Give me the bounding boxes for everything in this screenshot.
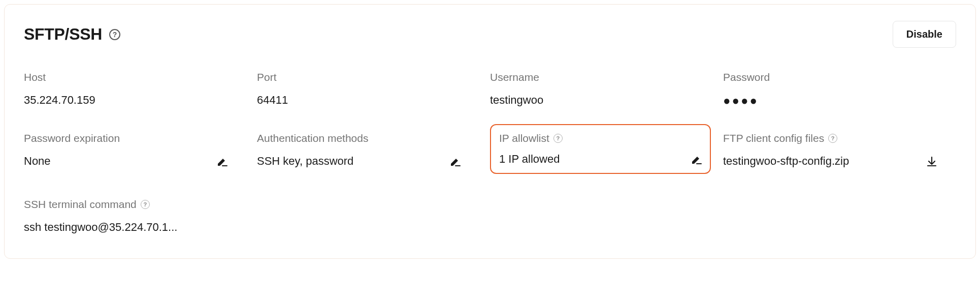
port-value: 64411 (257, 94, 288, 107)
download-icon[interactable] (926, 155, 938, 167)
edit-icon[interactable] (216, 155, 228, 167)
host-label: Host (24, 71, 245, 83)
field-ssh-command: SSH terminal command ? ssh testingwoo@35… (24, 198, 257, 234)
field-password-expiration: Password expiration None (24, 132, 257, 174)
ftp-config-label-wrap: FTP client config files ? (723, 132, 944, 144)
ftp-config-value: testingwoo-sftp-config.zip (723, 155, 849, 168)
ip-allowlist-label: IP allowlist (499, 132, 549, 144)
ftp-config-label: FTP client config files (723, 132, 824, 144)
disable-button[interactable]: Disable (893, 21, 956, 48)
field-port: Port 64411 (257, 71, 490, 108)
help-icon[interactable]: ? (141, 200, 150, 209)
password-expiration-label: Password expiration (24, 132, 245, 144)
password-label: Password (723, 71, 944, 83)
username-value: testingwoo (490, 94, 543, 107)
panel-title-wrap: SFTP/SSH ? (24, 25, 120, 44)
ssh-command-label: SSH terminal command (24, 198, 137, 211)
help-icon[interactable]: ? (553, 134, 563, 143)
auth-methods-value: SSH key, password (257, 155, 353, 168)
password-expiration-value: None (24, 155, 51, 168)
edit-icon[interactable] (449, 155, 462, 167)
host-value: 35.224.70.159 (24, 94, 95, 107)
ip-allowlist-value: 1 IP allowed (499, 153, 560, 166)
help-icon[interactable]: ? (828, 134, 837, 143)
field-username: Username testingwoo (490, 71, 723, 108)
ip-allowlist-label-wrap: IP allowlist ? (499, 132, 703, 144)
help-icon[interactable]: ? (109, 29, 120, 40)
username-label: Username (490, 71, 711, 83)
field-host: Host 35.224.70.159 (24, 71, 257, 108)
auth-methods-label: Authentication methods (257, 132, 478, 144)
panel-title: SFTP/SSH (24, 25, 102, 44)
field-auth-methods: Authentication methods SSH key, password (257, 132, 490, 174)
edit-icon[interactable] (691, 153, 703, 165)
ssh-command-label-wrap: SSH terminal command ? (24, 198, 245, 211)
ssh-command-value: ssh testingwoo@35.224.70.1... (24, 221, 177, 234)
panel-header: SFTP/SSH ? Disable (24, 21, 956, 48)
ip-allowlist-highlight: IP allowlist ? 1 IP allowed (490, 124, 711, 174)
sftp-ssh-panel: SFTP/SSH ? Disable Host 35.224.70.159 Po… (4, 4, 976, 259)
field-ip-allowlist: IP allowlist ? 1 IP allowed (490, 132, 723, 174)
port-label: Port (257, 71, 478, 83)
field-ftp-config: FTP client config files ? testingwoo-sft… (723, 132, 956, 174)
field-password: Password ●●●● (723, 71, 956, 108)
password-value: ●●●● (723, 94, 759, 108)
fields-grid: Host 35.224.70.159 Port 64411 Username t… (24, 71, 956, 234)
